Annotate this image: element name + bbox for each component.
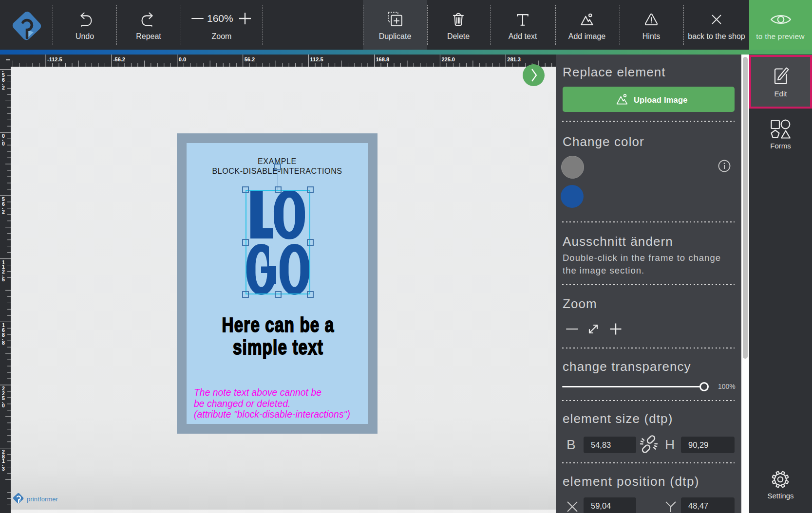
svg-text:8: 8 xyxy=(2,340,5,346)
svg-text:-112.5: -112.5 xyxy=(47,56,62,62)
svg-text:56.2: 56.2 xyxy=(245,56,255,62)
svg-text:0.0: 0.0 xyxy=(179,56,186,62)
svg-text:0: 0 xyxy=(2,403,5,408)
svg-text:168.8: 168.8 xyxy=(376,56,390,62)
svg-text:2: 2 xyxy=(2,209,5,215)
svg-text:2: 2 xyxy=(2,85,5,91)
svg-text:0: 0 xyxy=(2,141,5,147)
svg-text:281.3: 281.3 xyxy=(507,56,521,62)
svg-text:225.0: 225.0 xyxy=(441,56,455,62)
svg-text:-56.2: -56.2 xyxy=(113,56,125,62)
svg-text:3: 3 xyxy=(2,466,5,472)
svg-text:112.5: 112.5 xyxy=(310,56,323,62)
svg-text:5: 5 xyxy=(2,276,5,282)
